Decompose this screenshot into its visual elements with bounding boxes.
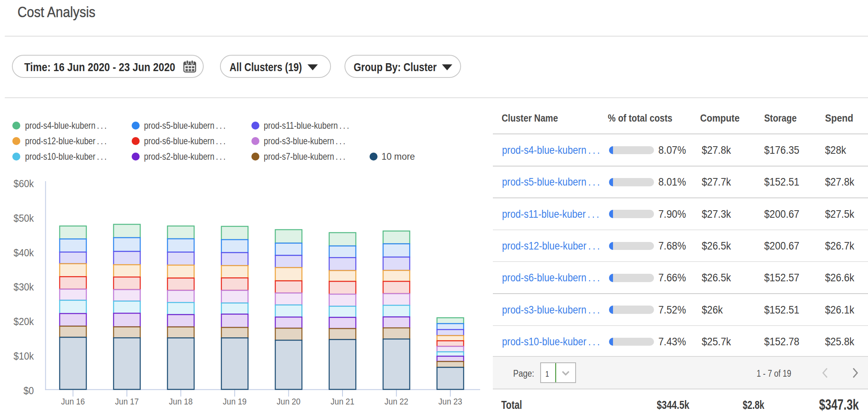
svg-text:$0: $0: [23, 385, 34, 396]
svg-text:$30k: $30k: [14, 281, 34, 292]
svg-text:Jun 23: Jun 23: [438, 397, 462, 406]
svg-text:$10k: $10k: [14, 350, 34, 362]
svg-text:Jun 21: Jun 21: [331, 397, 354, 406]
svg-text:Jun 16: Jun 16: [61, 397, 85, 406]
svg-text:Jun 17: Jun 17: [115, 397, 139, 406]
svg-text:Jun 22: Jun 22: [385, 397, 409, 406]
svg-text:Jun 19: Jun 19: [223, 397, 247, 406]
svg-text:Jun 20: Jun 20: [277, 397, 301, 406]
svg-text:$50k: $50k: [14, 213, 34, 224]
svg-text:$20k: $20k: [14, 316, 34, 327]
svg-text:Jun 18: Jun 18: [169, 397, 193, 406]
svg-text:$60k: $60k: [14, 178, 34, 189]
svg-text:$40k: $40k: [14, 247, 34, 258]
